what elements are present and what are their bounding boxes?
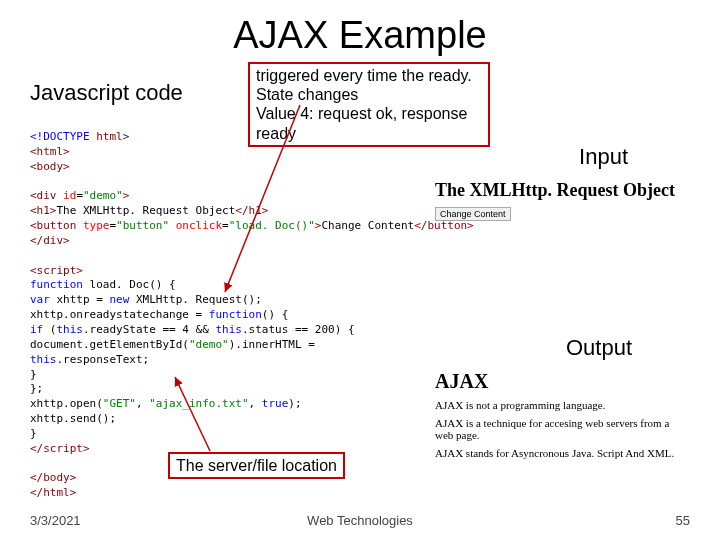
input-preview: The XMLHttp. Request Object Change Conte… [435, 180, 690, 221]
output-p2: AJAX is a technique for accesing web ser… [435, 417, 690, 441]
output-label: Output [566, 335, 632, 361]
output-preview-heading: AJAX [435, 370, 690, 393]
callout-server-file: The server/file location [168, 452, 345, 479]
callout-line1: triggered every time the ready. State ch… [256, 67, 472, 103]
output-preview: AJAX AJAX is not a programming language.… [435, 370, 690, 459]
code-block: <!DOCTYPE html> <html> <body> <div id="d… [30, 130, 474, 501]
input-label: Input [579, 144, 628, 170]
change-content-button[interactable]: Change Content [435, 207, 511, 221]
footer-center: Web Technologies [0, 513, 720, 528]
slide-title: AJAX Example [0, 14, 720, 57]
javascript-code-label: Javascript code [30, 80, 183, 106]
footer-page-number: 55 [676, 513, 690, 528]
output-p1: AJAX is not a programming language. [435, 399, 690, 411]
input-preview-heading: The XMLHttp. Request Object [435, 180, 690, 201]
output-p3: AJAX stands for Asyncronous Java. Script… [435, 447, 690, 459]
